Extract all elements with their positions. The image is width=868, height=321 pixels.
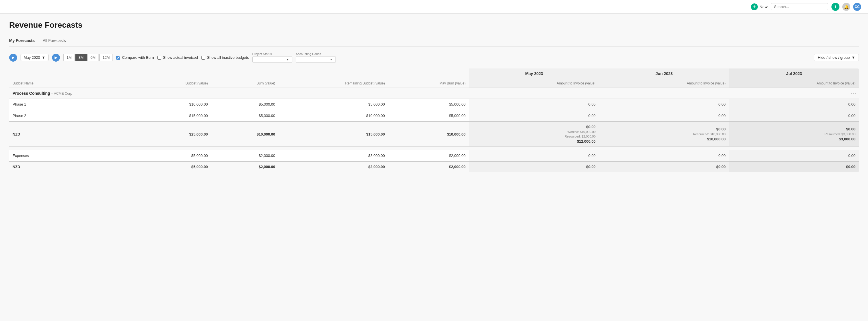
chevron-down-icon: ▼ [330, 58, 333, 61]
nzd-remaining-1: $15,000.00 [279, 122, 388, 147]
tabs: My Forecasts All Forecasts [9, 35, 859, 46]
chevron-down-icon: ▼ [286, 58, 289, 61]
prev-arrow[interactable]: ▶ [9, 54, 17, 62]
table-row: Expenses $5,000.00 $2,000.00 $3,000.00 $… [9, 150, 859, 161]
may-header: May 2023 [469, 68, 599, 79]
spacer [9, 147, 859, 150]
accounting-codes-dropdown[interactable]: Accounting Codes ▼ [296, 52, 336, 63]
chevron-down-icon: ▼ [42, 55, 45, 60]
accounting-codes-btn[interactable]: ▼ [296, 56, 336, 63]
project-status-dropdown[interactable]: Project Status ▼ [252, 52, 292, 63]
tab-all-forecasts[interactable]: All Forecasts [42, 35, 66, 46]
phase1-remaining: $5,000.00 [279, 99, 388, 110]
phase1-jun-invoice[interactable] [599, 99, 729, 110]
period-buttons: 1M 3M 6M 12M [63, 54, 113, 61]
phase1-may-burn: $5,000.00 [388, 99, 469, 110]
empty-header [9, 68, 469, 79]
phase2-may-invoice[interactable] [469, 110, 599, 122]
expenses-jun-invoice[interactable] [599, 150, 729, 161]
period-12m[interactable]: 12M [99, 54, 113, 61]
phase2-burn: $5,000.00 [211, 110, 279, 122]
th-jun-invoice: Amount to Invoice (value) [599, 79, 729, 88]
period-3m[interactable]: 3M [75, 54, 87, 61]
nzd-total-row-2: NZD $5,000.00 $2,000.00 $3,000.00 $2,000… [9, 161, 859, 172]
expenses-burn: $2,000.00 [211, 150, 279, 161]
show-inactive-input[interactable] [201, 56, 205, 60]
show-inactive-checkbox[interactable]: Show all inactive budgets [201, 55, 249, 60]
nzd-may-invoice-1: $0.00 Worked: $10,000.00 Resourced: $2,0… [469, 122, 599, 147]
nzd-may-total: $0.00 [472, 125, 595, 129]
phase2-may-invoice-input[interactable] [472, 114, 595, 118]
group-name: Process Consulting [12, 91, 50, 96]
nzd-jun-subtotal: $10,000.00 [603, 137, 725, 141]
nzd-total-row-1: NZD $25,000.00 $10,000.00 $15,000.00 $10… [9, 122, 859, 147]
project-status-btn[interactable]: ▼ [252, 56, 292, 63]
expenses-jul-invoice[interactable] [729, 150, 859, 161]
expenses-jun-input[interactable] [603, 154, 725, 158]
phase1-jun-invoice-input[interactable] [603, 102, 725, 106]
month-header-row: May 2023 Jun 2023 Jul 2023 [9, 68, 859, 79]
group-client: – ACME Corp [51, 92, 72, 96]
new-icon: + [751, 3, 758, 10]
chevron-down-icon: ▼ [851, 55, 855, 60]
expenses-jul-input[interactable] [733, 154, 856, 158]
compare-burn-input[interactable] [116, 56, 120, 60]
phase2-jul-invoice[interactable] [729, 110, 859, 122]
show-actual-checkbox[interactable]: Show actual invoiced [157, 55, 198, 60]
hide-show-group-button[interactable]: Hide / show / group ▼ [814, 54, 859, 61]
nzd-may-burn-1: $10,000.00 [388, 122, 469, 147]
new-label: New [760, 5, 768, 9]
tab-my-forecasts[interactable]: My Forecasts [9, 35, 35, 46]
avatar: CC [853, 3, 861, 11]
th-jul-invoice: Amount to Invoice (value) [729, 79, 859, 88]
nzd-burn-1: $10,000.00 [211, 122, 279, 147]
date-selector[interactable]: May 2023 ▼ [21, 54, 49, 61]
phase1-jul-invoice-input[interactable] [733, 102, 856, 106]
nzd-jun-resourced: Resourced: $10,000.00 [603, 132, 725, 136]
table-row: Phase 2 $15,000.00 $5,000.00 $10,000.00 … [9, 110, 859, 122]
th-remaining: Remaining Budget (value) [279, 79, 388, 88]
phase1-burn: $5,000.00 [211, 99, 279, 110]
col-header-row: Budget Name Budget (value) Burn (value) … [9, 79, 859, 88]
nzd-jul-total: $0.00 [733, 127, 856, 131]
top-icons: i 🔔 CC [832, 3, 861, 11]
expenses-name: Expenses [9, 150, 130, 161]
nzd-jun-invoice-1: $0.00 Resourced: $10,000.00 $10,000.00 [599, 122, 729, 147]
phase1-may-invoice-input[interactable] [472, 102, 595, 106]
expenses-may-input[interactable] [472, 154, 595, 158]
next-arrow[interactable]: ▶ [52, 54, 60, 62]
new-button[interactable]: + New [751, 3, 768, 10]
bell-icon: 🔔 [842, 3, 850, 11]
nzd-exp-may-invoice: $0.00 [469, 161, 599, 172]
nzd-may-worked: Worked: $10,000.00 [472, 130, 595, 133]
forecasts-table: May 2023 Jun 2023 Jul 2023 Budget Name B… [9, 68, 859, 172]
nzd-jul-invoice-1: $0.00 Resourced: $3,000.00 $3,000.00 [729, 122, 859, 147]
compare-burn-label: Compare with Burn [122, 55, 154, 60]
search-input[interactable] [771, 3, 828, 10]
nzd-jul-subtotal: $3,000.00 [733, 137, 856, 141]
expenses-budget: $5,000.00 [130, 150, 211, 161]
expenses-may-invoice[interactable] [469, 150, 599, 161]
group-row-process-consulting: Process Consulting – ACME Corp ··· [9, 88, 859, 99]
compare-burn-checkbox[interactable]: Compare with Burn [116, 55, 154, 60]
top-bar: + New i 🔔 CC [0, 0, 868, 14]
nzd-may-resourced: Resourced: $2,000.00 [472, 135, 595, 138]
phase1-jul-invoice[interactable] [729, 99, 859, 110]
jul-header: Jul 2023 [729, 68, 859, 79]
phase2-jul-invoice-input[interactable] [733, 114, 856, 118]
period-1m[interactable]: 1M [63, 54, 75, 61]
project-status-label: Project Status [252, 52, 292, 56]
period-6m[interactable]: 6M [87, 54, 99, 61]
page-title: Revenue Forecasts [9, 21, 859, 30]
phase1-name: Phase 1 [9, 99, 130, 110]
phase2-budget: $15,000.00 [130, 110, 211, 122]
show-actual-input[interactable] [157, 56, 161, 60]
more-options-button[interactable]: ··· [850, 91, 857, 97]
nzd-exp-burn: $2,000.00 [211, 161, 279, 172]
phase2-jun-invoice-input[interactable] [603, 114, 725, 118]
nzd-exp-jul-invoice: $0.00 [729, 161, 859, 172]
table-row: Phase 1 $10,000.00 $5,000.00 $5,000.00 $… [9, 99, 859, 110]
phase1-may-invoice[interactable] [469, 99, 599, 110]
show-actual-label: Show actual invoiced [163, 55, 198, 60]
phase2-jun-invoice[interactable] [599, 110, 729, 122]
